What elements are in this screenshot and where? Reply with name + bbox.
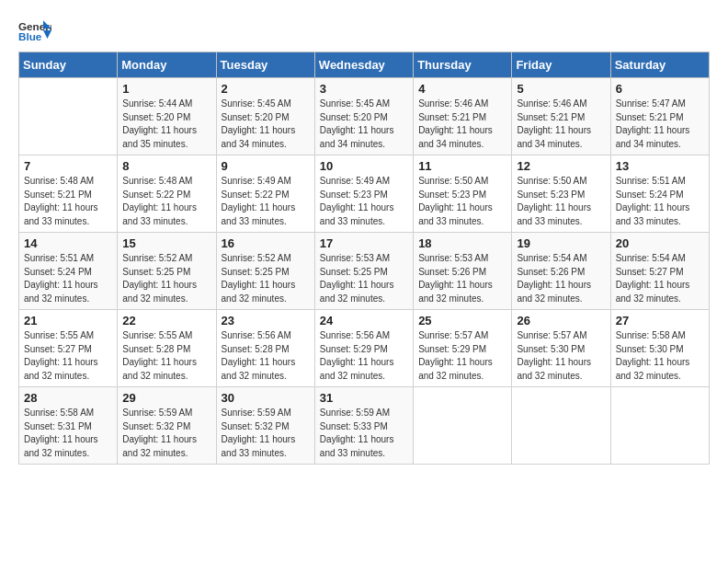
calendar-cell: 8 Sunrise: 5:48 AMSunset: 5:22 PMDayligh… <box>118 155 216 233</box>
day-number: 9 <box>222 159 310 173</box>
day-info: Sunrise: 5:46 AMSunset: 5:21 PMDaylight:… <box>418 98 493 149</box>
calendar-cell <box>512 387 610 465</box>
day-number: 29 <box>122 391 210 405</box>
day-info: Sunrise: 5:49 AMSunset: 5:23 PMDaylight:… <box>320 176 394 226</box>
day-info: Sunrise: 5:56 AMSunset: 5:28 PMDaylight:… <box>222 330 296 381</box>
calendar-cell: 9 Sunrise: 5:49 AMSunset: 5:22 PMDayligh… <box>216 155 314 233</box>
calendar-cell: 2 Sunrise: 5:45 AMSunset: 5:20 PMDayligh… <box>216 78 314 155</box>
weekday-header-tuesday: Tuesday <box>216 52 314 78</box>
day-info: Sunrise: 5:53 AMSunset: 5:25 PMDaylight:… <box>320 253 394 304</box>
day-info: Sunrise: 5:47 AMSunset: 5:21 PMDaylight:… <box>616 98 690 149</box>
weekday-header-sunday: Sunday <box>19 52 118 78</box>
day-number: 17 <box>320 236 408 250</box>
day-number: 10 <box>320 159 408 173</box>
calendar-cell: 20 Sunrise: 5:54 AMSunset: 5:27 PMDaylig… <box>610 233 709 310</box>
day-info: Sunrise: 5:59 AMSunset: 5:33 PMDaylight:… <box>320 408 394 458</box>
day-info: Sunrise: 5:55 AMSunset: 5:27 PMDaylight:… <box>24 330 98 381</box>
day-number: 31 <box>320 391 408 405</box>
calendar-cell: 30 Sunrise: 5:59 AMSunset: 5:32 PMDaylig… <box>216 387 314 465</box>
day-info: Sunrise: 5:55 AMSunset: 5:28 PMDaylight:… <box>122 330 197 381</box>
day-number: 23 <box>222 314 310 327</box>
day-number: 3 <box>320 82 408 96</box>
svg-marker-3 <box>43 30 51 39</box>
calendar-cell: 5 Sunrise: 5:46 AMSunset: 5:21 PMDayligh… <box>512 78 610 155</box>
day-number: 20 <box>616 236 704 250</box>
day-info: Sunrise: 5:56 AMSunset: 5:29 PMDaylight:… <box>320 330 394 381</box>
calendar-cell: 12 Sunrise: 5:50 AMSunset: 5:23 PMDaylig… <box>512 155 610 233</box>
calendar-cell: 23 Sunrise: 5:56 AMSunset: 5:28 PMDaylig… <box>216 310 314 387</box>
day-info: Sunrise: 5:45 AMSunset: 5:20 PMDaylight:… <box>222 98 296 149</box>
day-number: 12 <box>517 159 605 173</box>
day-info: Sunrise: 5:52 AMSunset: 5:25 PMDaylight:… <box>122 253 197 304</box>
calendar-cell: 17 Sunrise: 5:53 AMSunset: 5:25 PMDaylig… <box>314 233 413 310</box>
calendar-cell: 15 Sunrise: 5:52 AMSunset: 5:25 PMDaylig… <box>118 233 216 310</box>
day-number: 26 <box>517 314 605 327</box>
calendar-cell: 27 Sunrise: 5:58 AMSunset: 5:30 PMDaylig… <box>610 310 709 387</box>
day-number: 25 <box>418 314 506 327</box>
day-number: 13 <box>616 159 704 173</box>
calendar-cell: 10 Sunrise: 5:49 AMSunset: 5:23 PMDaylig… <box>314 155 413 233</box>
day-info: Sunrise: 5:50 AMSunset: 5:23 PMDaylight:… <box>517 176 591 226</box>
day-info: Sunrise: 5:50 AMSunset: 5:23 PMDaylight:… <box>418 176 493 226</box>
calendar-cell: 3 Sunrise: 5:45 AMSunset: 5:20 PMDayligh… <box>314 78 413 155</box>
weekday-header-thursday: Thursday <box>414 52 512 78</box>
week-row-5: 28 Sunrise: 5:58 AMSunset: 5:31 PMDaylig… <box>19 387 710 465</box>
day-number: 22 <box>122 314 210 327</box>
svg-text:Blue: Blue <box>18 30 42 42</box>
day-number: 24 <box>320 314 408 327</box>
day-info: Sunrise: 5:53 AMSunset: 5:26 PMDaylight:… <box>418 253 493 304</box>
logo-icon: General Blue <box>18 18 51 44</box>
day-info: Sunrise: 5:52 AMSunset: 5:25 PMDaylight:… <box>222 253 296 304</box>
day-number: 5 <box>517 82 605 96</box>
day-info: Sunrise: 5:58 AMSunset: 5:31 PMDaylight:… <box>24 408 98 458</box>
calendar-cell: 18 Sunrise: 5:53 AMSunset: 5:26 PMDaylig… <box>414 233 512 310</box>
week-row-2: 7 Sunrise: 5:48 AMSunset: 5:21 PMDayligh… <box>19 155 710 233</box>
calendar-cell <box>414 387 512 465</box>
day-number: 6 <box>616 82 704 96</box>
week-row-3: 14 Sunrise: 5:51 AMSunset: 5:24 PMDaylig… <box>19 233 710 310</box>
calendar-cell: 28 Sunrise: 5:58 AMSunset: 5:31 PMDaylig… <box>19 387 118 465</box>
day-number: 18 <box>418 236 506 250</box>
day-info: Sunrise: 5:51 AMSunset: 5:24 PMDaylight:… <box>616 176 690 226</box>
day-number: 2 <box>222 82 310 96</box>
calendar-cell: 29 Sunrise: 5:59 AMSunset: 5:32 PMDaylig… <box>118 387 216 465</box>
calendar-cell: 24 Sunrise: 5:56 AMSunset: 5:29 PMDaylig… <box>314 310 413 387</box>
day-info: Sunrise: 5:57 AMSunset: 5:30 PMDaylight:… <box>517 330 591 381</box>
day-info: Sunrise: 5:59 AMSunset: 5:32 PMDaylight:… <box>222 408 296 458</box>
day-info: Sunrise: 5:44 AMSunset: 5:20 PMDaylight:… <box>122 98 197 149</box>
day-info: Sunrise: 5:45 AMSunset: 5:20 PMDaylight:… <box>320 98 394 149</box>
day-number: 7 <box>24 159 112 173</box>
week-row-4: 21 Sunrise: 5:55 AMSunset: 5:27 PMDaylig… <box>19 310 710 387</box>
logo: General Blue <box>18 18 53 44</box>
day-info: Sunrise: 5:57 AMSunset: 5:29 PMDaylight:… <box>418 330 493 381</box>
day-info: Sunrise: 5:46 AMSunset: 5:21 PMDaylight:… <box>517 98 591 149</box>
day-number: 28 <box>24 391 112 405</box>
week-row-1: 1 Sunrise: 5:44 AMSunset: 5:20 PMDayligh… <box>19 78 710 155</box>
day-number: 15 <box>122 236 210 250</box>
weekday-header-row: SundayMondayTuesdayWednesdayThursdayFrid… <box>19 52 710 78</box>
calendar-cell: 6 Sunrise: 5:47 AMSunset: 5:21 PMDayligh… <box>610 78 709 155</box>
page-header: General Blue <box>18 18 710 44</box>
calendar-cell: 16 Sunrise: 5:52 AMSunset: 5:25 PMDaylig… <box>216 233 314 310</box>
day-info: Sunrise: 5:58 AMSunset: 5:30 PMDaylight:… <box>616 330 690 381</box>
calendar-cell: 26 Sunrise: 5:57 AMSunset: 5:30 PMDaylig… <box>512 310 610 387</box>
day-info: Sunrise: 5:48 AMSunset: 5:22 PMDaylight:… <box>122 176 197 226</box>
calendar-cell <box>610 387 709 465</box>
calendar-cell: 31 Sunrise: 5:59 AMSunset: 5:33 PMDaylig… <box>314 387 413 465</box>
calendar-cell: 11 Sunrise: 5:50 AMSunset: 5:23 PMDaylig… <box>414 155 512 233</box>
day-info: Sunrise: 5:48 AMSunset: 5:21 PMDaylight:… <box>24 176 98 226</box>
calendar-cell: 14 Sunrise: 5:51 AMSunset: 5:24 PMDaylig… <box>19 233 118 310</box>
calendar-cell <box>19 78 118 155</box>
calendar-cell: 1 Sunrise: 5:44 AMSunset: 5:20 PMDayligh… <box>118 78 216 155</box>
day-number: 19 <box>517 236 605 250</box>
calendar-cell: 25 Sunrise: 5:57 AMSunset: 5:29 PMDaylig… <box>414 310 512 387</box>
weekday-header-monday: Monday <box>118 52 216 78</box>
day-info: Sunrise: 5:51 AMSunset: 5:24 PMDaylight:… <box>24 253 98 304</box>
day-number: 27 <box>616 314 704 327</box>
calendar-cell: 4 Sunrise: 5:46 AMSunset: 5:21 PMDayligh… <box>414 78 512 155</box>
day-number: 30 <box>222 391 310 405</box>
day-info: Sunrise: 5:59 AMSunset: 5:32 PMDaylight:… <box>122 408 197 458</box>
weekday-header-saturday: Saturday <box>610 52 709 78</box>
day-number: 1 <box>122 82 210 96</box>
calendar-table: SundayMondayTuesdayWednesdayThursdayFrid… <box>18 52 710 465</box>
